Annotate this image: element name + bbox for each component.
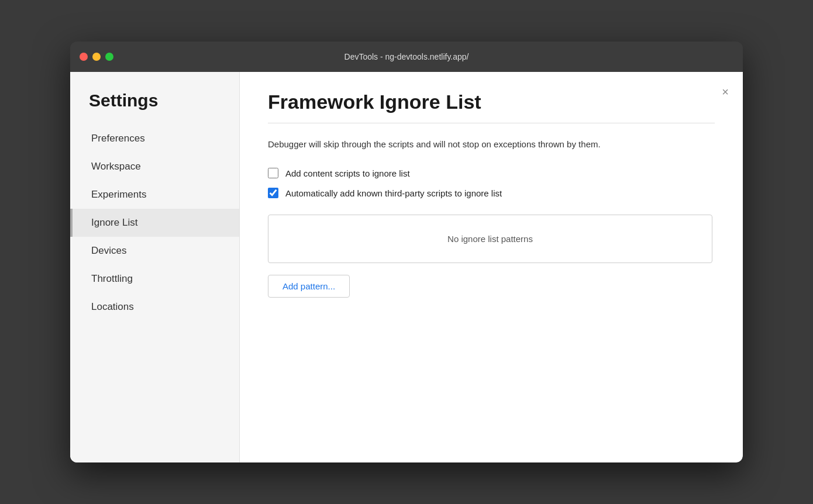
title-divider: [268, 123, 715, 123]
patterns-empty-label: No ignore list patterns: [447, 234, 533, 244]
add-pattern-button[interactable]: Add pattern...: [268, 275, 350, 298]
sidebar-item-locations[interactable]: Locations: [70, 293, 239, 321]
titlebar: DevTools - ng-devtools.netlify.app/: [70, 42, 743, 72]
close-button[interactable]: ×: [722, 86, 729, 98]
sidebar-item-devices[interactable]: Devices: [70, 237, 239, 265]
sidebar-item-throttling[interactable]: Throttling: [70, 265, 239, 293]
checkbox-item-third-party[interactable]: Automatically add known third-party scri…: [268, 188, 715, 198]
close-traffic-light[interactable]: [80, 53, 88, 61]
traffic-lights: [80, 53, 113, 61]
sidebar-item-ignore-list[interactable]: Ignore List: [70, 209, 239, 237]
checkbox-content-scripts[interactable]: [268, 168, 278, 178]
checkbox-third-party[interactable]: [268, 188, 278, 198]
description-text: Debugger will skip through the scripts a…: [268, 137, 689, 151]
sidebar-item-workspace[interactable]: Workspace: [70, 153, 239, 181]
maximize-traffic-light[interactable]: [105, 53, 113, 61]
patterns-box: No ignore list patterns: [268, 215, 712, 263]
window: DevTools - ng-devtools.netlify.app/ Sett…: [70, 42, 743, 462]
sidebar-item-preferences[interactable]: Preferences: [70, 125, 239, 153]
minimize-traffic-light[interactable]: [92, 53, 101, 61]
sidebar-heading: Settings: [70, 91, 239, 125]
checkbox-third-party-label: Automatically add known third-party scri…: [285, 188, 502, 198]
sidebar-item-experiments[interactable]: Experiments: [70, 181, 239, 209]
checkbox-group: Add content scripts to ignore list Autom…: [268, 168, 715, 198]
checkbox-item-content-scripts[interactable]: Add content scripts to ignore list: [268, 168, 715, 178]
window-content: Settings Preferences Workspace Experimen…: [70, 72, 743, 462]
checkbox-content-scripts-label: Add content scripts to ignore list: [285, 168, 410, 178]
main-content: × Framework Ignore List Debugger will sk…: [240, 72, 743, 462]
sidebar: Settings Preferences Workspace Experimen…: [70, 72, 240, 462]
titlebar-title: DevTools - ng-devtools.netlify.app/: [345, 52, 469, 61]
page-title: Framework Ignore List: [268, 91, 715, 113]
